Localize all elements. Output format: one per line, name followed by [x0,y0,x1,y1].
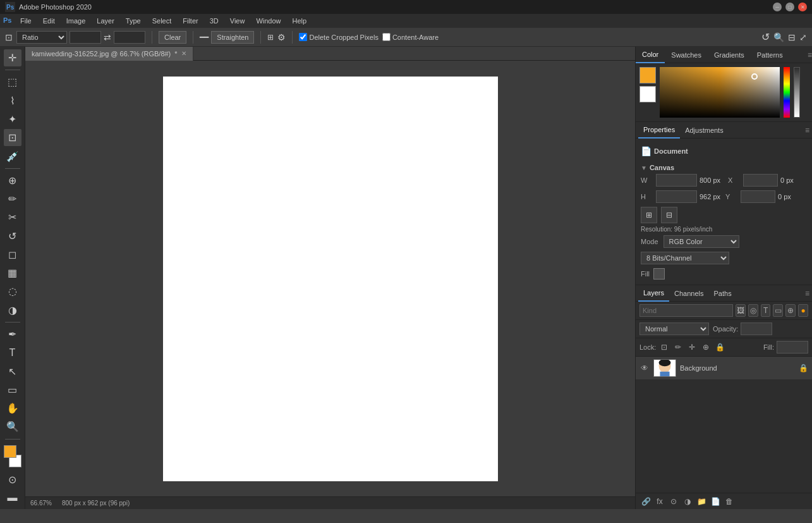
tab-swatches[interactable]: Swatches [665,47,708,63]
settings-icon[interactable]: ⚙ [277,32,286,42]
filter-selected-icon[interactable]: ● [798,304,808,317]
image-size-icon[interactable]: ⊞ [641,207,657,223]
eraser-tool[interactable]: ◻ [4,246,21,263]
move-tool[interactable]: ✛ [4,49,21,66]
tab-channels[interactable]: Channels [669,285,708,302]
rectangle-tool[interactable]: ▭ [4,381,21,398]
tab-patterns[interactable]: Patterns [751,47,789,63]
filter-smartobj-icon[interactable]: ⊕ [785,304,796,317]
eyedropper-tool[interactable]: 💉 [4,147,21,164]
history-brush-tool[interactable]: ↺ [4,227,21,244]
filter-type-icon[interactable]: 🖼 [736,304,746,317]
swap-icon[interactable]: ⇄ [104,32,111,42]
delete-layer-btn[interactable]: 🗑 [723,495,736,508]
tab-paths[interactable]: Paths [709,285,737,302]
screen-mode-tool[interactable]: ▬ [4,489,21,507]
canvas-size-icon[interactable]: ⊟ [661,207,677,223]
layers-panel-options[interactable]: ≡ [805,289,809,298]
pen-tool[interactable]: ✒ [4,326,21,343]
zoom-icon[interactable]: ⤢ [799,32,807,42]
type-tool[interactable]: T [4,344,21,361]
menu-help[interactable]: Help [288,16,312,26]
fill-swatch[interactable] [653,268,665,280]
fill-input[interactable]: 100% [777,341,808,354]
foreground-swatch[interactable] [639,67,656,83]
arrange-icon[interactable]: ⊟ [788,32,796,42]
x-field[interactable] [743,174,778,187]
quick-select-tool[interactable]: ✦ [4,111,21,128]
menu-window[interactable]: Window [251,16,286,26]
mode-select[interactable]: RGB Color [664,235,739,248]
ratio-select[interactable]: Ratio [16,31,67,44]
menu-3d[interactable]: 3D [205,16,224,26]
document-tab[interactable]: kamiwedding-316252.jpg @ 66.7% (RGB/8#) … [25,47,193,61]
clear-button[interactable]: Clear [159,31,186,44]
maximize-btn[interactable]: □ [785,3,794,11]
color-panel-options[interactable]: ≡ [808,51,812,59]
menu-type[interactable]: Type [121,16,146,26]
path-select-tool[interactable]: ↖ [4,362,21,379]
minimize-btn[interactable]: ─ [773,3,782,11]
close-btn[interactable]: ✕ [798,3,807,11]
layer-visibility-icon[interactable]: 👁 [639,363,650,373]
hand-tool[interactable]: ✋ [4,400,21,417]
tab-color[interactable]: Color [636,47,665,63]
lock-draw-btn[interactable]: ✏ [672,341,684,353]
search-icon[interactable]: 🔍 [773,32,784,42]
tab-properties[interactable]: Properties [638,122,680,138]
quick-mask-tool[interactable]: ⊙ [4,471,21,488]
layers-search-input[interactable] [639,304,733,317]
height-field[interactable] [656,190,697,203]
link-layers-btn[interactable]: 🔗 [639,495,652,508]
delete-cropped-checkbox[interactable] [299,33,307,41]
blur-tool[interactable]: ◌ [4,283,21,300]
spot-heal-tool[interactable]: ⊕ [4,172,21,189]
filter-shape-icon[interactable]: ▭ [773,304,783,317]
lock-all-btn[interactable]: 🔒 [714,341,725,353]
canvas-header[interactable]: ▼ Canvas [641,161,807,174]
opacity-input[interactable]: 100% [741,323,772,335]
menu-filter[interactable]: Filter [178,16,203,26]
add-mask-btn[interactable]: ⊙ [667,495,680,508]
background-swatch[interactable] [639,86,656,102]
filter-text-icon[interactable]: T [761,304,771,317]
marquee-tool[interactable]: ⬚ [4,73,21,90]
y-field[interactable] [741,190,775,203]
adjustment-layer-btn[interactable]: ◑ [681,495,694,508]
stamp-tool[interactable]: ✂ [4,209,21,226]
hue-slider[interactable] [784,67,790,118]
menu-image[interactable]: Image [61,16,91,26]
menu-edit[interactable]: Edit [38,16,60,26]
dodge-tool[interactable]: ◑ [4,302,21,319]
new-group-btn[interactable]: 📁 [695,495,708,508]
tab-adjustments[interactable]: Adjustments [680,122,729,138]
menu-layer[interactable]: Layer [92,16,119,26]
tab-close-btn[interactable]: ✕ [181,50,186,57]
layer-style-btn[interactable]: fx [653,495,666,508]
lock-pixels-btn[interactable]: ⊡ [658,341,670,353]
content-aware-checkbox[interactable] [382,33,391,41]
menu-select[interactable]: Select [147,16,177,26]
blend-mode-select[interactable]: Normal [639,323,709,335]
tab-gradients[interactable]: Gradients [708,47,751,63]
width-field[interactable] [656,174,697,187]
foreground-color-swatch[interactable] [4,445,16,458]
color-gradient-picker[interactable] [660,67,780,118]
background-layer[interactable]: 👁 Background 🔒 [636,357,812,380]
menu-view[interactable]: View [225,16,250,26]
opacity-slider[interactable] [794,67,800,118]
props-panel-options[interactable]: ≡ [805,126,809,135]
width-input[interactable] [70,31,101,44]
height-input[interactable] [114,31,145,44]
lock-artboard-btn[interactable]: ⊕ [700,341,712,353]
lasso-tool[interactable]: ⌇ [4,92,21,109]
menu-ps[interactable]: Ps [3,15,14,27]
history-back-icon[interactable]: ↺ [761,31,770,43]
bits-select[interactable]: 8 Bits/Channel [641,252,729,264]
zoom-tool[interactable]: 🔍 [4,418,21,435]
document-header[interactable]: 📄 Document [641,144,807,159]
straighten-button[interactable]: Straighten [211,31,254,44]
crop-tool[interactable]: ⊡ [4,129,21,146]
filter-adjustment-icon[interactable]: ◎ [748,304,758,317]
brush-tool[interactable]: ✏ [4,190,21,207]
